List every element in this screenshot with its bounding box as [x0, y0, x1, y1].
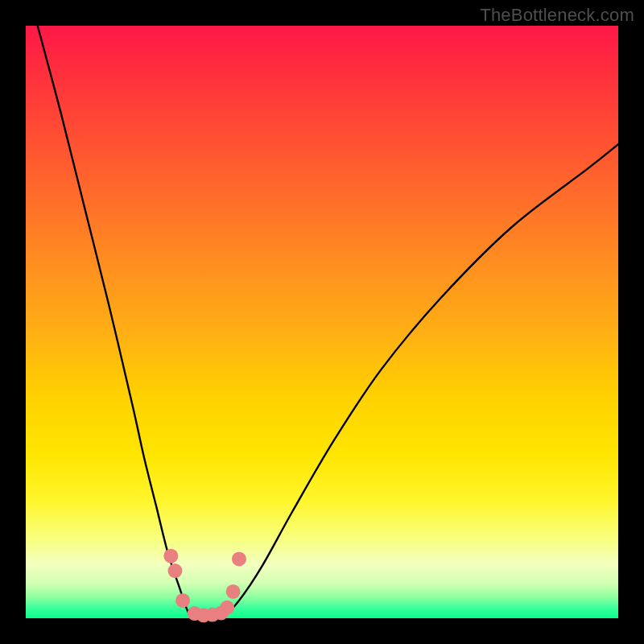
- bottleneck-curve: [38, 26, 618, 620]
- marker-dot: [220, 601, 234, 615]
- watermark-text: TheBottleneck.com: [480, 5, 634, 26]
- chart-frame: TheBottleneck.com: [0, 0, 644, 644]
- curve-layer: [26, 26, 618, 618]
- marker-dots: [163, 549, 246, 623]
- marker-dot: [226, 584, 241, 599]
- marker-dot: [163, 549, 178, 564]
- marker-dot: [175, 593, 190, 608]
- plot-area: [26, 26, 618, 618]
- marker-dot: [232, 551, 246, 566]
- marker-dot: [167, 564, 182, 578]
